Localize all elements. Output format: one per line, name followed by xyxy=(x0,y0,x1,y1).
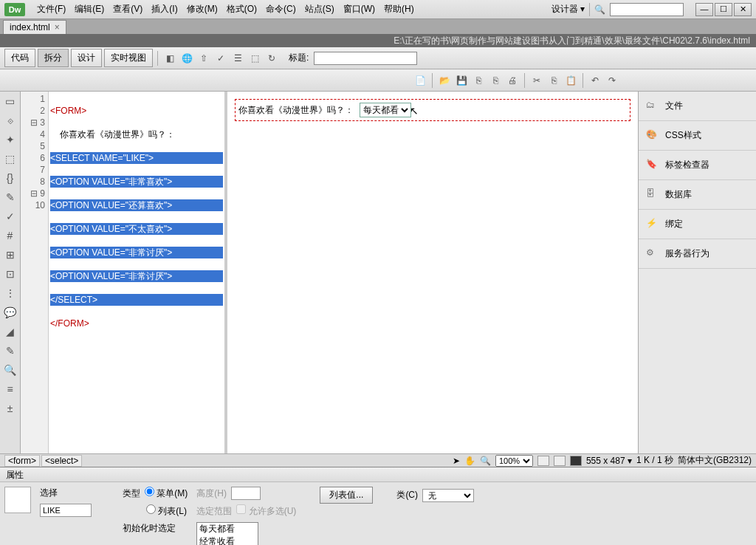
check-icon[interactable]: ✓ xyxy=(213,51,228,66)
allow-multi-checkbox: 允许多选(U) xyxy=(236,504,296,518)
properties-header[interactable]: 属性 xyxy=(0,467,756,482)
main-area: ▭ ⟐ ✦ ⬚ {} ✎ ✓ # ⊞ ⊡ ⋮ 💬 ◢ ✎ 🔍 ≡ ± 12 ⊟ … xyxy=(0,92,756,453)
menu-view[interactable]: 查看(V) xyxy=(109,3,147,16)
select-name-input[interactable] xyxy=(40,504,92,517)
tagpath-form[interactable]: <form> xyxy=(4,455,40,467)
view-live-button[interactable]: 实时视图 xyxy=(104,49,153,67)
maximize-button[interactable]: ☐ xyxy=(715,3,732,16)
init-select-list[interactable]: 每天都看 经常收看 偶尔看看 xyxy=(196,522,258,545)
menu-site[interactable]: 站点(S) xyxy=(300,3,339,16)
code-pane[interactable]: 12 ⊟ 34 56 78 ⊟ 910 <FORM> 你喜欢看《动漫世界》吗？：… xyxy=(21,92,227,453)
filesize: 1 K / 1 秒 xyxy=(636,454,673,467)
panel-css[interactable]: 🎨CSS样式 xyxy=(639,121,756,151)
panel-tag-inspector[interactable]: 🔖标签检查器 xyxy=(639,151,756,180)
tool-icon[interactable]: ⬚ xyxy=(4,152,17,165)
new-icon[interactable]: 📄 xyxy=(413,73,427,88)
cut-icon[interactable]: ✂ xyxy=(529,73,544,88)
type-list-radio[interactable]: 列表(L) xyxy=(146,504,187,518)
toolbar-icon[interactable]: ◧ xyxy=(162,51,177,66)
panel-bindings[interactable]: ⚡绑定 xyxy=(639,210,756,239)
tool-icon[interactable]: ✓ xyxy=(4,210,17,223)
hand-icon[interactable]: ✋ xyxy=(464,456,475,466)
upload-icon[interactable]: ⇧ xyxy=(196,51,211,66)
class-select[interactable]: 无 xyxy=(422,489,474,502)
tab-close-icon[interactable]: × xyxy=(55,22,60,32)
tool-icon[interactable]: ≡ xyxy=(4,383,17,396)
pointer-icon[interactable]: ➤ xyxy=(453,456,460,466)
list-values-button[interactable]: 列表值... xyxy=(320,487,373,504)
tool-icon[interactable]: ◢ xyxy=(4,325,17,338)
type-label: 类型 xyxy=(123,487,140,500)
list-icon[interactable]: ☰ xyxy=(230,51,245,66)
panel-files[interactable]: 🗂文件 xyxy=(639,92,756,121)
line-gutter: 12 ⊟ 34 56 78 ⊟ 910 xyxy=(21,92,49,453)
tool-icon[interactable]: ▭ xyxy=(4,95,17,108)
document-tabbar: index.html × xyxy=(0,19,756,34)
form-element[interactable]: 你喜欢看《动漫世界》吗？： 每天都看 ↖ xyxy=(235,99,630,121)
tool-icon[interactable]: {} xyxy=(4,171,17,185)
globe-icon[interactable]: 🌐 xyxy=(179,51,194,66)
menu-file[interactable]: 文件(F) xyxy=(32,3,70,16)
panel-database[interactable]: 🗄数据库 xyxy=(639,180,756,210)
minimize-button[interactable]: — xyxy=(695,3,713,16)
tool-icon[interactable]: ✎ xyxy=(4,191,17,204)
link-icon[interactable]: ⬚ xyxy=(247,51,262,66)
search-input[interactable] xyxy=(610,3,684,16)
tool-icon[interactable]: 🔍 xyxy=(4,363,17,377)
tool-icon[interactable]: ± xyxy=(4,402,17,415)
file-path-bar: E:\正在写的书\网页制作与网站建设图书从入门到精通\效果\最终文件\CH02\… xyxy=(0,34,756,47)
dimensions[interactable]: 555 x 487 ▾ xyxy=(586,456,632,466)
type-menu-radio[interactable]: 菜单(M) xyxy=(145,487,188,500)
menu-modify[interactable]: 修改(M) xyxy=(182,3,222,16)
redo-icon[interactable]: ↷ xyxy=(605,73,619,88)
like-select[interactable]: 每天都看 xyxy=(360,103,411,117)
code-editor[interactable]: <FORM> 你喜欢看《动漫世界》吗？： <SELECT NAME="LIKE"… xyxy=(49,92,224,453)
view-split-button[interactable]: 拆分 xyxy=(38,49,69,67)
menu-help[interactable]: 帮助(H) xyxy=(379,3,419,16)
status-icon[interactable] xyxy=(554,456,566,466)
tool-icon[interactable]: 💬 xyxy=(4,306,17,319)
left-toolbar: ▭ ⟐ ✦ ⬚ {} ✎ ✓ # ⊞ ⊡ ⋮ 💬 ◢ ✎ 🔍 ≡ ± xyxy=(0,92,21,453)
tool-icon[interactable]: # xyxy=(4,229,17,242)
designer-dropdown[interactable]: 设计器 ▾ xyxy=(551,3,585,16)
tool-icon[interactable]: ⋮ xyxy=(4,287,17,300)
menu-commands[interactable]: 命令(C) xyxy=(261,3,300,16)
design-pane[interactable]: 你喜欢看《动漫世界》吗？： 每天都看 ↖ xyxy=(227,92,638,453)
tab-index[interactable]: index.html × xyxy=(3,20,66,34)
zoom-icon[interactable]: 🔍 xyxy=(480,456,491,466)
edit-toolbar: 📄 📂 💾 ⎘ ⎘ 🖨 ✂ ⎘ 📋 ↶ ↷ xyxy=(0,69,756,92)
copy-icon[interactable]: ⎘ xyxy=(488,73,503,88)
tab-label: index.html xyxy=(10,22,50,32)
menu-edit[interactable]: 编辑(E) xyxy=(70,3,109,16)
binding-icon: ⚡ xyxy=(646,218,659,231)
properties-panel: 属性 选择 类型 菜单(M) 列表(L) 初始化时选定 高度(H) 选定范围 允… xyxy=(0,467,756,545)
save-icon[interactable]: 💾 xyxy=(454,73,469,88)
close-button[interactable]: ✕ xyxy=(734,3,752,16)
menubar: Dw 文件(F) 编辑(E) 查看(V) 插入(I) 修改(M) 格式(O) 命… xyxy=(0,0,756,19)
status-icon[interactable] xyxy=(537,456,549,466)
tool-icon[interactable]: ✦ xyxy=(4,133,17,146)
refresh-icon[interactable]: ↻ xyxy=(264,51,279,66)
encoding[interactable]: 简体中文(GB2312) xyxy=(678,454,752,467)
print-icon[interactable]: 🖨 xyxy=(505,73,520,88)
tool-icon[interactable]: ✎ xyxy=(4,344,17,357)
status-icon[interactable] xyxy=(570,456,582,466)
tool-icon[interactable]: ⊞ xyxy=(4,248,17,261)
panel-server-behaviors[interactable]: ⚙服务器行为 xyxy=(639,239,756,269)
copy2-icon[interactable]: ⎘ xyxy=(546,73,561,88)
menu-insert[interactable]: 插入(I) xyxy=(147,3,182,16)
tool-icon[interactable]: ⊡ xyxy=(4,267,17,281)
view-code-button[interactable]: 代码 xyxy=(4,49,35,67)
tool-icon[interactable]: ⟐ xyxy=(4,114,17,127)
zoom-select[interactable]: 100% xyxy=(495,455,533,467)
menu-format[interactable]: 格式(O) xyxy=(222,3,261,16)
title-label: 标题: xyxy=(289,52,309,64)
title-input[interactable] xyxy=(314,52,417,65)
open-icon[interactable]: 📂 xyxy=(437,73,452,88)
undo-icon[interactable]: ↶ xyxy=(588,73,602,88)
saveall-icon[interactable]: ⎘ xyxy=(471,73,486,88)
tagpath-select[interactable]: <select> xyxy=(41,455,82,467)
paste-icon[interactable]: 📋 xyxy=(563,73,578,88)
view-design-button[interactable]: 设计 xyxy=(71,49,102,67)
menu-window[interactable]: 窗口(W) xyxy=(339,3,379,16)
